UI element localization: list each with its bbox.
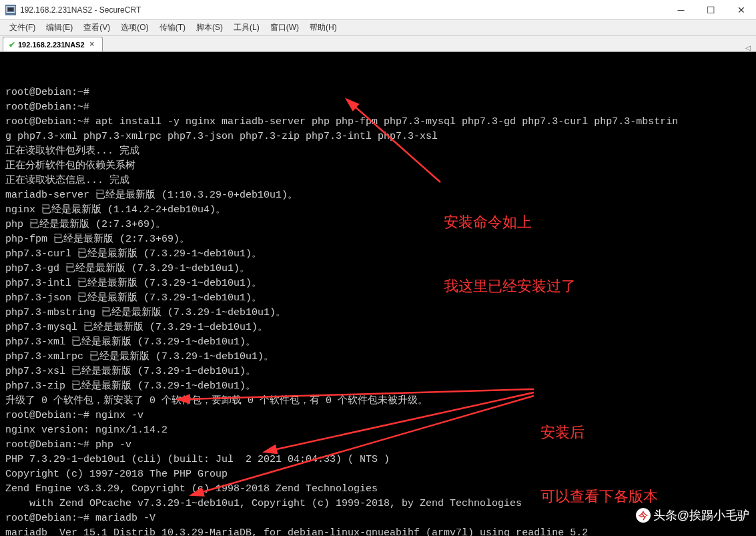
menu-tools[interactable]: 工具(L) (230, 21, 264, 35)
tab-close-icon[interactable]: × (87, 40, 97, 49)
tab-label: 192.168.2.231NAS2 (18, 41, 85, 49)
annotation-top: 安装命令如上 我这里已经安装过了 (444, 169, 576, 340)
menubar: 文件(F) 编辑(E) 查看(V) 选项(O) 传输(T) 脚本(S) 工具(L… (0, 20, 756, 36)
watermark-icon: 今 (636, 508, 651, 523)
svg-rect-1 (8, 7, 14, 11)
check-icon: ✔ (9, 40, 15, 49)
menu-view[interactable]: 查看(V) (79, 21, 114, 35)
menu-help[interactable]: 帮助(H) (306, 21, 341, 35)
window-controls: ─ ☐ ✕ (666, 0, 756, 19)
maximize-button[interactable]: ☐ (696, 0, 726, 19)
tab-scroll-hint[interactable]: ◁ (743, 44, 753, 51)
session-tab[interactable]: ✔ 192.168.2.231NAS2 × (3, 37, 103, 51)
app-icon (5, 5, 16, 15)
annotation-text: 可以查看下各版本 (540, 486, 658, 507)
menu-options[interactable]: 选项(O) (117, 21, 152, 35)
annotation-text: 安装命令如上 (444, 212, 576, 233)
menu-script[interactable]: 脚本(S) (192, 21, 227, 35)
annotation-text: 安装后 (540, 422, 658, 443)
watermark-text: 头条@挨踢小毛驴 (653, 508, 749, 523)
window-title: 192.168.2.231NAS2 - SecureCRT (20, 5, 666, 15)
menu-window[interactable]: 窗口(W) (266, 21, 303, 35)
minimize-button[interactable]: ─ (666, 0, 696, 19)
annotation-text: 我这里已经安装过了 (444, 276, 576, 297)
menu-edit[interactable]: 编辑(E) (42, 21, 77, 35)
menu-file[interactable]: 文件(F) (5, 21, 39, 35)
menu-transfer[interactable]: 传输(T) (155, 21, 190, 35)
watermark: 今 头条@挨踢小毛驴 (636, 508, 749, 523)
window-titlebar: 192.168.2.231NAS2 - SecureCRT ─ ☐ ✕ (0, 0, 756, 20)
tabbar: ✔ 192.168.2.231NAS2 × ◁ (0, 36, 756, 52)
close-button[interactable]: ✕ (726, 0, 756, 19)
terminal-pane[interactable]: root@Debian:~# root@Debian:~# root@Debia… (0, 52, 756, 536)
